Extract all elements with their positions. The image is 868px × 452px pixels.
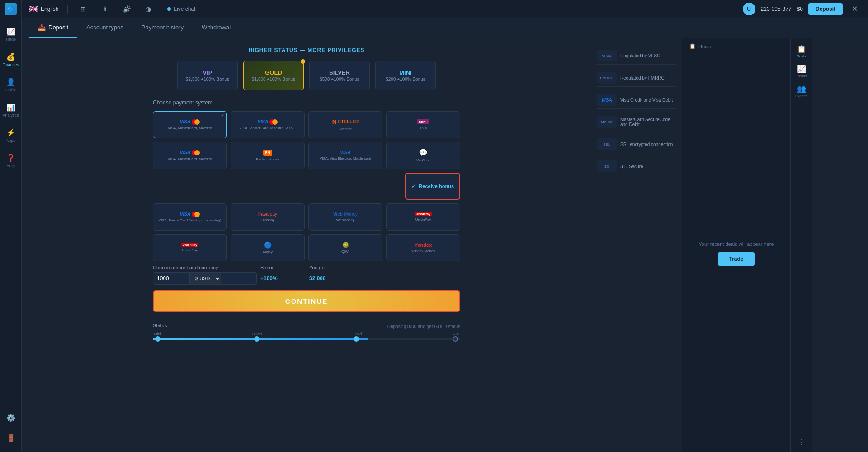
payment-yandex[interactable]: Yandex Yandex Money [386,234,460,261]
payment-visa-backup[interactable]: VISA VISA, MasterCard (backup processing… [153,203,227,231]
tier-gold[interactable]: GOLD $1,000 +100% Bonus [243,61,304,90]
payment-unionpay[interactable]: UnionPay UnionPay [386,203,460,231]
topbar: 🇬🇧 English ⊞ ℹ 🔊 ◑ Live chat U 213-095-3… [22,0,868,18]
sidebar-label-finances: Finances [2,62,19,67]
bonus-check-icon: ✓ [411,183,416,189]
sidebar-label-apps: Apps [6,138,15,143]
tab-deposit-label: Deposit [48,24,68,31]
payment-logos-7: VISA [340,150,350,155]
yandex-logo: Yandex [415,242,432,248]
trust-vfsc-text: Regulated by VFSC [620,53,660,58]
deals-body: Your recent deals will appear here Trade [682,55,790,452]
payment-alipay[interactable]: 🔵 Alipay [231,234,305,261]
right-sidebar-deals[interactable]: 📋 Deals [793,43,810,60]
currency-select[interactable]: $ USD € EUR £ GBP [189,273,221,284]
tab-deposit[interactable]: 📥 Deposit [29,18,77,38]
visa-logo-5: VISA [180,212,190,217]
payment-label-11: WebMoney [336,218,354,222]
language-selector[interactable]: 🇬🇧 English [29,5,58,13]
payment-logos-3: N ETELLER [332,118,359,126]
theme-icon-btn[interactable]: ◑ [142,3,155,15]
payment-unionpay2[interactable]: UnionPay UnionPay [153,234,227,261]
right-trends-label: Trends [796,74,807,78]
payment-fasapay[interactable]: Fasa pay Fasapay [231,203,305,231]
payment-neteller[interactable]: N ETELLER Neteller [308,111,382,138]
status-dot-silver [254,336,259,342]
sidebar-item-analytics[interactable]: 📊 Analytics [0,98,22,123]
app-logo[interactable]: 🔷 [0,0,22,18]
payment-grid-row1: VISA VISA, MasterCard, Maestro VISA VISA… [153,111,460,138]
sidebar-item-profile[interactable]: 👤 Profile [0,72,22,98]
tab-withdrawal[interactable]: Withdrawal [193,18,240,38]
payment-perfect-money[interactable]: PM Perfect Money [231,142,305,169]
right-deals-icon: 📋 [797,45,806,53]
you-get-title: You get [309,265,363,270]
payment-section-title: Choose payment system [153,99,460,106]
trade-button[interactable]: Trade [718,252,754,266]
payment-wechat[interactable]: 💬 WeChat [386,142,460,169]
status-dot-gold [354,336,359,342]
receive-bonus-card[interactable]: ✓Receive bonus [405,173,460,200]
volume-icon-btn[interactable]: 🔊 [120,3,133,15]
tier-mini[interactable]: MINI $200 +100% Bonus [375,61,436,90]
amount-input-wrap: $ USD € EUR £ GBP [153,272,257,285]
tabs-bar: 📥 Deposit Account types Payment history … [22,18,868,38]
milestone-gold: Gold [353,332,362,336]
payment-qiwi[interactable]: 🥝 QIWI [308,234,382,261]
user-id: 213-095-377 [761,6,792,12]
topbar-right: U 213-095-377 $0 Deposit ✕ [743,3,861,15]
payment-label-15: QIWI [341,250,349,254]
deposit-area: HIGHER STATUS — MORE PRIVILEGES VIP $2,5… [22,38,591,452]
info-icon-btn[interactable]: ℹ [99,3,111,15]
payment-logos-8: 💬 [419,148,428,157]
settings-button[interactable]: ⚙️ [0,409,22,427]
status-bar [153,338,460,340]
payment-logos-16: Yandex [415,242,432,248]
right-sidebar: 📋 Deals 📈 Trends 👥 Experts ⋮ [790,38,812,452]
continue-button[interactable]: CONTINUE [153,290,460,312]
logout-button[interactable]: 🚪 [0,428,22,447]
grid-icon-btn[interactable]: ⊞ [77,3,90,15]
topbar-divider [67,5,68,14]
right-sidebar-experts[interactable]: 👥 Experts [793,83,810,99]
sidebar-item-apps[interactable]: ⚡ Apps [0,123,22,148]
visa-logo-4: VISA [340,150,350,155]
right-sidebar-trends[interactable]: 📈 Trends [793,63,810,80]
payment-skrill[interactable]: Skrill Skrill [386,111,460,138]
close-button[interactable]: ✕ [848,3,861,15]
amount-input[interactable] [153,273,189,284]
payment-visa-electron[interactable]: VISA VISA, Visa Electron, Mastercard [308,142,382,169]
status-dot-mini [155,336,160,342]
deposit-content: HIGHER STATUS — MORE PRIVILEGES VIP $2,5… [153,47,460,340]
balance-display: $0 [797,6,803,12]
status-milestones: Mini Silver Gold VIP [153,332,460,336]
sidebar-item-finances[interactable]: 💰 Finances [0,47,22,72]
sidebar-item-trade[interactable]: 📈 Trade [0,22,22,47]
trust-mc: MC SC MasterCard SecureCode and Debit [597,113,676,131]
payment-visa-mc-maestro[interactable]: VISA VISA, MasterCard, Maestro [153,111,227,138]
tab-payment-history[interactable]: Payment history [132,18,193,38]
tier-vip[interactable]: VIP $2,500 +100% Bonus [177,61,238,90]
sidebar-item-help[interactable]: ❓ Help [0,148,22,174]
payment-label-5: VISA, MasterCard, Maestro [168,157,212,161]
payment-webmoney[interactable]: Web Money WebMoney [308,203,382,231]
deposit-button[interactable]: Deposit [808,3,843,15]
tier-silver[interactable]: SILVER $500 +100% Bonus [309,61,370,90]
user-avatar[interactable]: U [743,3,755,15]
receive-bonus-label: Receive bonus [419,184,454,189]
trust-visa: VISA Visa Credit and Visa Debit [597,91,676,109]
payment-label-14: Alipay [263,250,273,254]
tab-account-types[interactable]: Account types [77,18,132,38]
sidebar-bottom: ⚙️ 🚪 [0,409,22,452]
vfsc-logo: VFSC [597,50,617,61]
live-chat-btn[interactable]: Live chat [164,4,199,14]
status-banner: HIGHER STATUS — MORE PRIVILEGES [153,47,460,53]
sidebar-label-trade: Trade [5,37,16,42]
payment-visa-mc-maestro-e[interactable]: VISA VISA, MasterCard, Maestro, Visa-E [231,111,305,138]
unionpay-logo: UnionPay [415,212,432,216]
tab-withdrawal-label: Withdrawal [202,24,231,31]
payment-visa-mc2[interactable]: VISA VISA, MasterCard, Maestro [153,142,227,169]
ssl-logo: SSL [597,138,617,150]
trust-fmrrc-text: Regulated by FMRRC [620,75,665,80]
page-body: HIGHER STATUS — MORE PRIVILEGES VIP $2,5… [22,38,868,452]
